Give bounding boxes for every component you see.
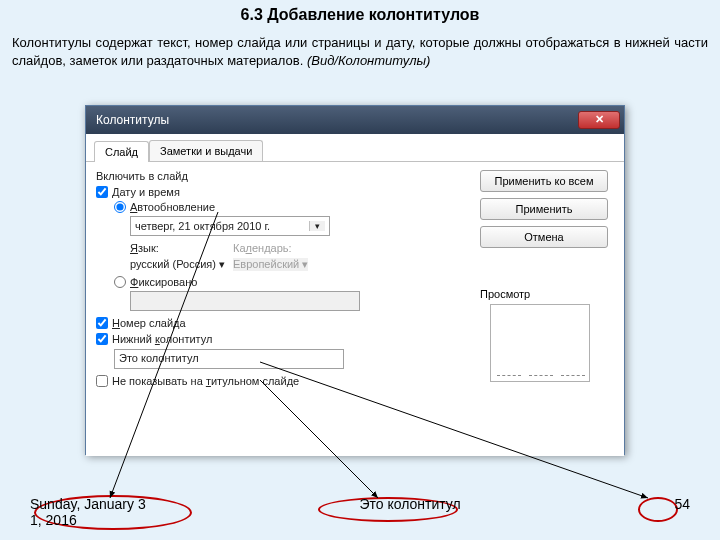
hideontitle-checkbox-input[interactable] [96,375,108,387]
datetime-label: Дату и время [112,186,180,198]
calendar-dropdown: Европейский ▾ [233,258,308,271]
slidenumber-checkbox[interactable]: Номер слайда [96,315,470,331]
footer-checkbox[interactable]: Нижний колонтитул [96,331,470,347]
preview-area: Просмотр [480,288,614,382]
footer-label: Нижний колонтитул [112,333,212,345]
footer-pagenum: 54 [674,496,690,528]
footer-checkbox-input[interactable] [96,333,108,345]
language-value: русский (Россия) [130,258,216,270]
slidenumber-label: Номер слайда [112,317,186,329]
cancel-button[interactable]: Отмена [480,226,608,248]
preview-thumbnail [490,304,590,382]
chevron-down-icon[interactable]: ▾ [309,221,325,231]
close-icon[interactable]: ✕ [578,111,620,129]
tab-notes[interactable]: Заметки и выдачи [149,140,263,161]
calendar-label: Календарь: [233,240,308,256]
chevron-down-icon[interactable]: ▾ [219,258,225,270]
autoupdate-radio[interactable]: Автообновление [96,200,470,214]
chevron-down-icon: ▾ [302,258,308,270]
preview-label: Просмотр [480,288,614,300]
dialog-title: Колонтитулы [90,113,578,127]
fixed-label: Фиксировано [130,276,197,288]
description: Колонтитулы содержат текст, номер слайда… [0,24,720,73]
datetime-checkbox[interactable]: Дату и время [96,184,470,200]
datetime-checkbox-input[interactable] [96,186,108,198]
language-label: Язык: [130,240,225,256]
autoupdate-radio-input[interactable] [114,201,126,213]
footer-center: Это колонтитул [359,496,460,528]
slide-footer: Sunday, January 31, 2016 Это колонтитул … [0,496,720,528]
fixed-input [130,291,360,311]
footer-input[interactable]: Это колонтитул [114,349,344,369]
include-label: Включить в слайд [96,170,470,182]
page-title: 6.3 Добавление колонтитулов [0,0,720,24]
tab-slide[interactable]: Слайд [94,141,149,162]
autoupdate-label: Автообновление [130,201,215,213]
footer-date: Sunday, January 31, 2016 [30,496,146,528]
headers-footers-dialog: Колонтитулы ✕ Слайд Заметки и выдачи Вкл… [85,105,625,455]
calendar-value: Европейский [233,258,299,270]
date-value: четверг, 21 октября 2010 г. [135,220,270,232]
fixed-radio[interactable]: Фиксировано [96,275,470,289]
hideontitle-label: Не показывать на титульном слайде [112,375,299,387]
dialog-titlebar[interactable]: Колонтитулы ✕ [86,106,624,134]
description-emphasis: (Вид/Колонтитулы) [307,53,431,68]
dialog-tabs: Слайд Заметки и выдачи [86,134,624,162]
fixed-radio-input[interactable] [114,276,126,288]
hideontitle-checkbox[interactable]: Не показывать на титульном слайде [96,373,470,389]
slidenumber-checkbox-input[interactable] [96,317,108,329]
language-dropdown[interactable]: русский (Россия) ▾ [130,258,225,271]
date-dropdown[interactable]: четверг, 21 октября 2010 г. ▾ [130,216,470,236]
annotation-oval-page [638,497,678,522]
apply-button[interactable]: Применить [480,198,608,220]
apply-to-all-button[interactable]: Применить ко всем [480,170,608,192]
